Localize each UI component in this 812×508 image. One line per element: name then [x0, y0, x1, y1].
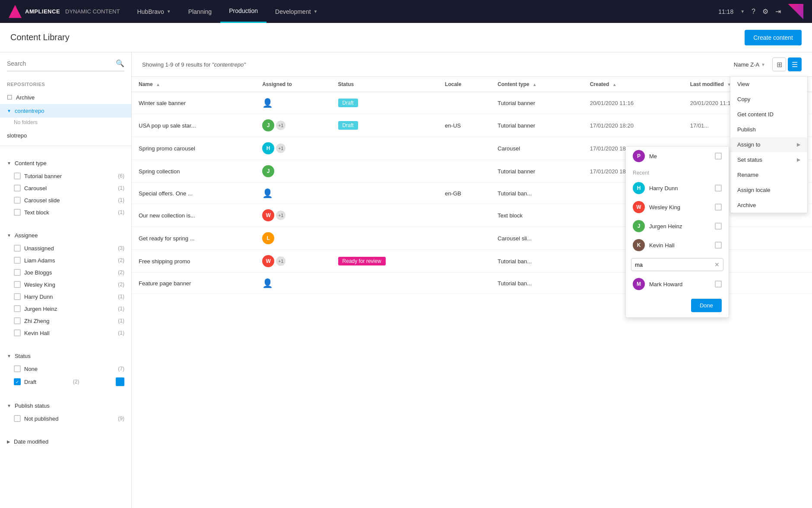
kevin-hall-avatar: K: [633, 239, 645, 251]
context-menu-copy[interactable]: Copy: [730, 92, 807, 107]
mark-howard-avatar: M: [633, 278, 645, 290]
mark-howard-assign-checkbox[interactable]: [715, 281, 722, 288]
assign-wesley-king[interactable]: W Wesley King: [626, 198, 729, 217]
assign-mark-howard[interactable]: M Mark Howard: [626, 275, 729, 294]
assign-search-box: ✕: [631, 258, 723, 271]
context-menu-get-content-id[interactable]: Get content ID: [730, 107, 807, 122]
context-menu-view[interactable]: View: [730, 77, 807, 92]
chevron-right-icon: ▶: [797, 157, 800, 163]
context-menu-set-status[interactable]: Set status ▶: [730, 152, 807, 167]
wesley-king-avatar: W: [633, 201, 645, 213]
context-menu-assign-to[interactable]: Assign to ▶: [730, 137, 807, 152]
me-avatar: P: [633, 150, 645, 162]
context-menu-assign-locale[interactable]: Assign locale: [730, 182, 807, 198]
wesley-king-assign-checkbox[interactable]: [715, 204, 722, 211]
context-menu-archive[interactable]: Archive: [730, 198, 807, 213]
recent-label: Recent: [626, 166, 729, 179]
assign-to-me-item[interactable]: P Me: [626, 147, 729, 166]
assign-search-input[interactable]: [635, 262, 712, 268]
kevin-hall-assign-checkbox[interactable]: [715, 242, 722, 249]
assign-harry-dunn[interactable]: H Harry Dunn: [626, 179, 729, 198]
assign-jurgen-heinz[interactable]: J Jurgen Heinz: [626, 217, 729, 236]
assign-search-clear-icon[interactable]: ✕: [714, 261, 720, 268]
jurgen-heinz-assign-checkbox[interactable]: [715, 223, 722, 230]
context-menu: View Copy Get content ID Publish Assign …: [730, 76, 808, 213]
assign-done-row: Done: [626, 294, 729, 317]
harry-dunn-assign-checkbox[interactable]: [715, 185, 722, 192]
context-menu-publish[interactable]: Publish: [730, 122, 807, 137]
context-menu-rename[interactable]: Rename: [730, 167, 807, 182]
me-checkbox[interactable]: [715, 153, 722, 160]
assign-done-button[interactable]: Done: [691, 299, 722, 312]
assign-to-dropdown: P Me Recent H Harry Dunn W Wesley King J…: [625, 146, 729, 318]
chevron-right-icon: ▶: [797, 142, 800, 147]
assign-kevin-hall[interactable]: K Kevin Hall: [626, 236, 729, 255]
jurgen-heinz-avatar: J: [633, 220, 645, 232]
harry-dunn-avatar: H: [633, 182, 645, 194]
